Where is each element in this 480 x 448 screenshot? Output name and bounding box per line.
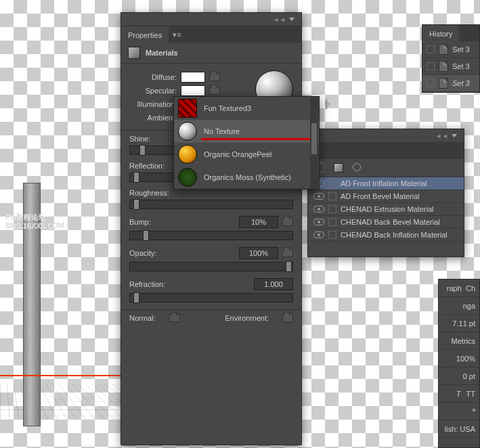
materials-header: Materials	[121, 43, 301, 64]
texture-item-label: Organic OrangePeel	[204, 150, 271, 158]
roughness-slider[interactable]	[129, 200, 293, 209]
panel-menu-icon[interactable]	[289, 18, 294, 21]
texture-thumb-icon	[178, 168, 197, 187]
collapse-icon[interactable]: ◄◄	[273, 16, 286, 23]
visibility-icon[interactable]	[313, 206, 324, 212]
layers-titlebar[interactable]: ◄◄	[308, 129, 464, 143]
canvas-3d-scene[interactable]	[0, 135, 135, 420]
history-row[interactable]: Set 3	[422, 75, 479, 92]
texture-item-no-texture[interactable]: No Texture	[174, 120, 319, 143]
layer-label: AD Front Inflation Material	[341, 179, 427, 187]
character-panel: raph Ch nga 7.11 pt Metrics 100% 0 pt T …	[438, 279, 480, 448]
bump-value[interactable]: 10%	[239, 216, 278, 228]
light-icon[interactable]	[353, 163, 361, 171]
texture-item-organics-moss[interactable]: Organics Moss (Synthetic)	[174, 166, 319, 189]
visibility-icon[interactable]	[313, 193, 324, 200]
font-family-value[interactable]: nga	[463, 302, 475, 310]
bump-label: Bump:	[129, 218, 151, 226]
layer-row[interactable]: AD Front Inflation Material	[308, 177, 464, 190]
document-icon	[439, 61, 448, 72]
roughness-label: Roughness:	[129, 189, 293, 197]
texture-item-organic-orangepeel[interactable]: Organic OrangePeel	[174, 143, 319, 166]
document-icon	[439, 44, 448, 55]
opacity-texture-button[interactable]	[282, 249, 293, 257]
history-row[interactable]: Set 3	[422, 58, 479, 75]
history-row[interactable]: Set 3	[422, 41, 479, 58]
environment-label: Environment:	[225, 314, 269, 322]
materials-title: Materials	[146, 49, 178, 57]
ambient-label: Ambient:	[129, 114, 177, 122]
glyph-row[interactable]: ª	[439, 403, 479, 420]
materials-icon	[128, 47, 140, 59]
material-thumb-icon	[328, 218, 336, 226]
visibility-icon[interactable]	[313, 219, 324, 225]
material-thumb-icon	[328, 231, 336, 239]
normal-label: Normal:	[129, 314, 156, 322]
properties-panel: ◄◄ Properties ▾≡ Materials Diffuse: Spec…	[121, 12, 302, 445]
panel-menu-icon[interactable]	[452, 134, 457, 137]
tab-paragraph[interactable]: raph	[447, 284, 462, 292]
diffuse-swatch[interactable]	[181, 72, 205, 83]
material-thumb-icon	[328, 192, 336, 200]
panel-options-icon[interactable]: ▾≡	[169, 30, 185, 39]
bump-texture-button[interactable]	[282, 218, 293, 226]
layer-row[interactable]: AD Front Bevel Material	[308, 190, 464, 203]
checkbox-icon[interactable]	[427, 62, 435, 70]
texture-thumb-icon	[178, 145, 197, 164]
watermark-line1: PS教程论坛	[5, 212, 64, 221]
opacity-slider[interactable]	[129, 262, 293, 271]
layer-label: CHENAD Extrusion Material	[341, 205, 434, 213]
specular-swatch[interactable]	[181, 85, 205, 96]
normal-texture-button[interactable]	[169, 314, 180, 322]
bump-slider[interactable]	[129, 231, 293, 240]
texture-picker-scrollbar[interactable]	[310, 97, 318, 188]
watermark-line2: BBS.16XX6.COM	[5, 221, 64, 230]
baseline-value[interactable]: 0 pt	[463, 372, 475, 380]
kerning-value[interactable]: Metrics	[452, 337, 475, 345]
gear-icon	[325, 99, 328, 110]
tab-character[interactable]: Ch	[466, 284, 475, 292]
refraction-value[interactable]: 1.000	[254, 278, 293, 290]
scale-value[interactable]: 100%	[456, 355, 475, 363]
layer-label: CHENAD Back Inflation Material	[341, 231, 448, 239]
mesh-icon[interactable]	[334, 163, 343, 173]
visibility-icon[interactable]	[313, 231, 324, 238]
smallcaps-icon[interactable]: TT	[466, 390, 475, 398]
material-layer-list: AD Front Inflation Material AD Front Bev…	[308, 177, 464, 242]
watermark: PS教程论坛 BBS.16XX6.COM	[5, 212, 64, 230]
refraction-slider[interactable]	[129, 293, 293, 303]
layer-row[interactable]: CHENAD Extrusion Material	[308, 203, 464, 216]
layer-row[interactable]: CHENAD Back Bevel Material	[308, 216, 464, 229]
texture-thumb-icon	[178, 99, 197, 118]
properties-titlebar[interactable]: ◄◄	[121, 13, 301, 26]
collapse-icon[interactable]: ◄◄	[435, 133, 449, 139]
language-value[interactable]: lish: USA	[445, 425, 475, 433]
layers-filter-row	[308, 159, 464, 177]
opacity-value[interactable]: 100%	[239, 247, 278, 259]
diffuse-label: Diffuse:	[129, 73, 177, 81]
texture-item-label: Fun Textured3	[204, 104, 251, 112]
history-tab[interactable]: History	[422, 26, 459, 41]
properties-tab[interactable]: Properties	[121, 27, 169, 43]
environment-texture-button[interactable]	[282, 314, 293, 322]
diffuse-texture-button[interactable]	[209, 73, 220, 81]
material-thumb-icon	[328, 179, 336, 187]
properties-tabheader: Properties ▾≡	[121, 26, 301, 43]
char-tabs: raph Ch	[439, 279, 479, 297]
italic-icon[interactable]: T	[456, 390, 461, 398]
texture-picker-settings[interactable]	[325, 100, 328, 108]
specular-texture-button[interactable]	[209, 87, 220, 95]
layer-row[interactable]: CHENAD Back Inflation Material	[308, 229, 464, 242]
layer-label: CHENAD Back Bevel Material	[341, 218, 440, 226]
checkbox-icon[interactable]	[427, 45, 435, 53]
layers-tabheader: ▾≡	[308, 143, 464, 159]
specular-label: Specular:	[129, 87, 177, 95]
checkbox-icon[interactable]	[427, 79, 435, 87]
history-label: Set 3	[452, 45, 470, 53]
font-size-value[interactable]: 7.11 pt	[452, 319, 475, 328]
refraction-label: Refraction:	[129, 280, 165, 288]
baseline-guide	[0, 375, 135, 376]
texture-picker-popup: Fun Textured3 No Texture Organic OrangeP…	[173, 96, 320, 189]
highlight-underline	[201, 138, 312, 140]
texture-item-fun-textured3[interactable]: Fun Textured3	[174, 97, 319, 120]
